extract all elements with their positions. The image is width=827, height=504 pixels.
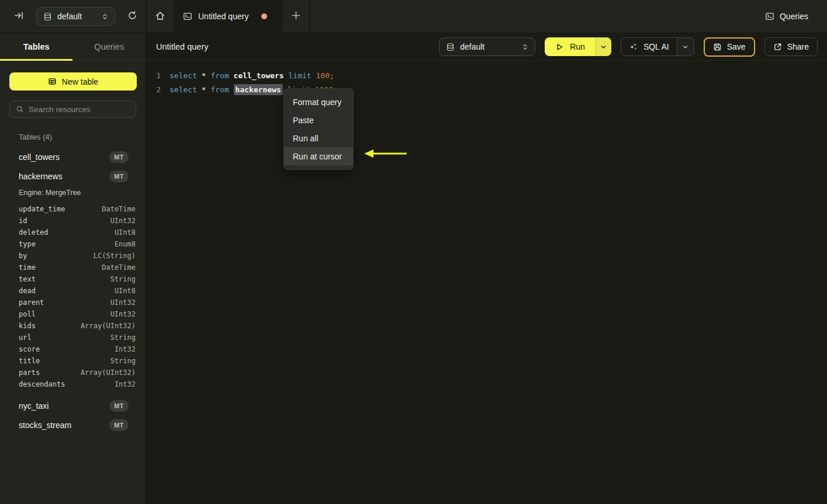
engine-badge: MT bbox=[109, 400, 129, 412]
code-text: select * from cell_towers limit 100; bbox=[169, 71, 334, 80]
save-button[interactable]: Save bbox=[704, 37, 755, 57]
code-token bbox=[229, 85, 234, 94]
search-input[interactable] bbox=[29, 105, 130, 114]
menu-item[interactable]: Run all bbox=[284, 129, 353, 147]
refresh-button[interactable] bbox=[125, 8, 140, 25]
code-token: * bbox=[197, 71, 210, 80]
table-grid-icon bbox=[48, 77, 57, 86]
terminal-icon bbox=[765, 12, 774, 21]
column-list: update_timeDateTimeidUInt32deletedUInt8t… bbox=[0, 203, 146, 390]
column-type: Int32 bbox=[115, 345, 136, 353]
new-tab-button[interactable] bbox=[282, 0, 310, 33]
database-icon bbox=[446, 43, 455, 51]
table-row[interactable]: stocks_streamMT bbox=[0, 415, 146, 435]
column-type: DateTime bbox=[102, 263, 136, 272]
database-selector-toolbar[interactable]: default bbox=[439, 37, 535, 56]
chevron-down-icon bbox=[682, 44, 688, 50]
code-token: from bbox=[210, 85, 229, 94]
column-name: descendants bbox=[19, 380, 65, 388]
query-toolbar: default Run bbox=[439, 37, 818, 57]
column-row: urlString bbox=[0, 332, 146, 343]
sql-ai-label: SQL AI bbox=[643, 42, 669, 51]
menu-item[interactable]: Paste bbox=[284, 111, 353, 129]
tables-list: cell_towersMThackernewsMTEngine: MergeTr… bbox=[0, 147, 146, 435]
database-icon bbox=[43, 12, 52, 21]
queries-button[interactable]: Queries bbox=[760, 8, 813, 25]
updown-chevron-icon bbox=[101, 13, 109, 20]
sql-ai-options-button[interactable] bbox=[677, 38, 694, 55]
column-row: parentUInt32 bbox=[0, 297, 146, 308]
code-token: hackernews bbox=[234, 84, 283, 95]
save-icon bbox=[713, 43, 722, 51]
table-name: stocks_stream bbox=[19, 420, 71, 430]
engine-badge: MT bbox=[109, 419, 129, 431]
engine-label: Engine: MergeTree bbox=[0, 187, 146, 199]
terminal-icon bbox=[183, 12, 192, 21]
tab-label: Untitled query bbox=[198, 12, 248, 21]
tabstrip-divider bbox=[310, 0, 310, 33]
code-line[interactable]: 2select * from hackernews limit 1000 bbox=[146, 82, 827, 96]
menu-item[interactable]: Run at cursor bbox=[284, 147, 353, 165]
menu-item[interactable]: Format query bbox=[284, 93, 353, 111]
topbar-right: Queries bbox=[760, 0, 827, 33]
sidebar-tab-tables[interactable]: Tables bbox=[0, 33, 73, 60]
home-button[interactable] bbox=[146, 0, 174, 33]
column-name: type bbox=[19, 240, 36, 248]
run-button[interactable]: Run bbox=[545, 37, 596, 56]
column-row: typeEnum8 bbox=[0, 238, 146, 250]
code-token: select bbox=[169, 85, 197, 94]
column-name: title bbox=[19, 357, 40, 365]
table-row[interactable]: nyc_taxiMT bbox=[0, 396, 146, 415]
sql-console: default bbox=[0, 0, 827, 504]
share-button[interactable]: Share bbox=[764, 37, 818, 56]
column-row: byLC(String) bbox=[0, 250, 146, 262]
column-name: poll bbox=[19, 310, 36, 318]
column-row: descendantsInt32 bbox=[0, 378, 146, 390]
column-row: timeDateTime bbox=[0, 262, 146, 273]
table-row[interactable]: cell_towersMT bbox=[0, 147, 146, 166]
query-header: Untitled query default bbox=[146, 33, 827, 61]
code-token: * bbox=[197, 85, 210, 94]
table-row[interactable]: hackernewsMT bbox=[0, 166, 146, 186]
refresh-icon bbox=[127, 11, 137, 22]
play-icon bbox=[555, 43, 564, 51]
column-name: dead bbox=[19, 287, 36, 295]
column-name: time bbox=[19, 263, 36, 272]
chevron-down-icon bbox=[600, 44, 607, 50]
unsaved-changes-dot bbox=[261, 13, 267, 19]
sidebar-tab-queries[interactable]: Queries bbox=[73, 33, 146, 60]
sql-ai-button[interactable]: SQL AI bbox=[621, 38, 677, 55]
code-token: limit bbox=[289, 71, 312, 80]
run-button-label: Run bbox=[570, 42, 585, 51]
sidebar-body: New table Tables (4) cell_towersMThacker… bbox=[0, 61, 146, 504]
topbar-left: default bbox=[0, 0, 146, 33]
home-icon bbox=[155, 11, 165, 23]
run-options-button[interactable] bbox=[596, 37, 611, 56]
code-token: cell_towers bbox=[234, 71, 284, 80]
engine-badge: MT bbox=[109, 151, 129, 163]
collapse-sidebar-icon bbox=[14, 11, 24, 22]
tab-untitled-query[interactable]: Untitled query bbox=[174, 0, 282, 33]
column-type: LC(String) bbox=[94, 252, 136, 260]
line-number: 2 bbox=[146, 85, 161, 94]
code-token bbox=[284, 71, 289, 80]
database-selector-top[interactable]: default bbox=[36, 7, 115, 26]
new-table-button[interactable]: New table bbox=[9, 72, 137, 91]
column-type: Array(UInt32) bbox=[81, 369, 136, 377]
column-type: UInt32 bbox=[110, 217, 136, 225]
line-number: 1 bbox=[146, 71, 161, 80]
column-type: UInt32 bbox=[110, 298, 136, 307]
code-line[interactable]: 1select * from cell_towers limit 100; bbox=[146, 68, 827, 82]
tabstrip: Untitled query bbox=[146, 0, 310, 33]
share-button-label: Share bbox=[787, 42, 809, 51]
share-icon bbox=[773, 43, 782, 51]
column-row: textString bbox=[0, 273, 146, 285]
collapse-sidebar-button[interactable] bbox=[12, 8, 26, 25]
column-type: Array(UInt32) bbox=[81, 322, 136, 330]
sql-editor[interactable]: 1select * from cell_towers limit 100;2se… bbox=[146, 61, 827, 504]
column-type: UInt8 bbox=[115, 228, 136, 237]
column-row: scoreInt32 bbox=[0, 343, 146, 355]
queries-button-label: Queries bbox=[780, 12, 808, 21]
column-name: score bbox=[19, 345, 40, 353]
column-row: update_timeDateTime bbox=[0, 203, 146, 215]
